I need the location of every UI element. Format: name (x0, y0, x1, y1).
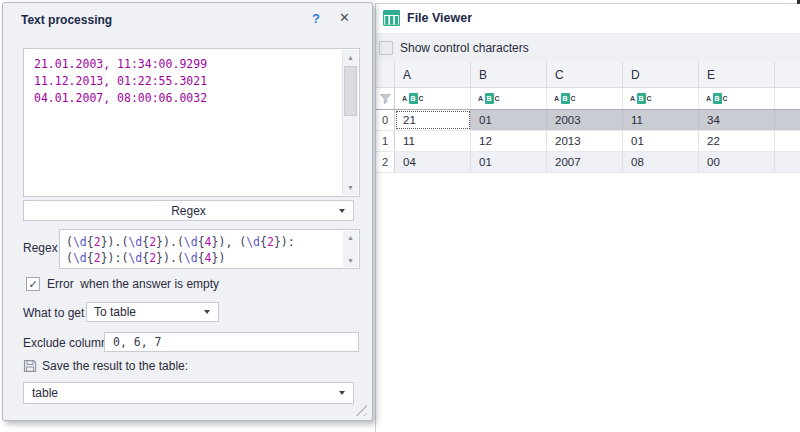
table-cell[interactable]: 12 (471, 131, 547, 151)
table-header-row: ABCDE (376, 62, 800, 88)
table-row[interactable]: 1111220130122 (376, 131, 800, 152)
resize-grip[interactable] (353, 402, 367, 416)
chevron-down-icon (204, 310, 210, 314)
table-cell[interactable]: 04 (395, 152, 471, 172)
table-grid-icon (383, 10, 400, 26)
table-row[interactable]: 2040120070800 (376, 152, 800, 173)
column-type-cell[interactable]: ABC (471, 88, 547, 109)
filter-corner-cell[interactable] (376, 88, 395, 109)
error-checkbox-label: Error when the answer is empty (47, 277, 219, 291)
text-type-icon: ABC (706, 93, 728, 104)
help-icon[interactable]: ? (312, 11, 320, 26)
column-header[interactable]: B (471, 62, 547, 87)
scroll-up-icon[interactable]: ▲ (343, 231, 358, 244)
mode-combo[interactable]: Regex (23, 200, 354, 221)
text-type-icon: ABC (554, 93, 576, 104)
save-floppy-icon (23, 359, 37, 373)
what-to-get-label: What to get (23, 306, 84, 320)
show-control-characters-label: Show control characters (400, 41, 529, 55)
table-filler-cell (775, 110, 800, 130)
table-filter-row: ABCABCABCABCABC (376, 88, 800, 110)
table-filler-cell (775, 152, 800, 172)
table-cell[interactable]: 11 (623, 110, 699, 130)
table-cell[interactable]: 01 (623, 131, 699, 151)
table-cell[interactable]: 11 (395, 131, 471, 151)
mode-combo-value: Regex (171, 204, 206, 218)
scroll-down-icon[interactable]: ▼ (343, 254, 358, 267)
close-icon[interactable]: ✕ (339, 10, 350, 25)
table-cell[interactable]: 2003 (547, 110, 623, 130)
text-type-icon: ABC (478, 93, 500, 104)
input-text-line: 11.12.2013, 01:22:55.3021 (34, 73, 339, 90)
file-viewer-header: File Viewer (376, 4, 800, 33)
chevron-down-icon (339, 391, 345, 395)
save-table-combo[interactable]: table (23, 382, 354, 404)
file-viewer-toolbar: Show control characters (376, 33, 800, 62)
row-header[interactable]: 1 (376, 131, 395, 151)
filter-funnel-icon (380, 94, 391, 104)
save-row: Save the result to the table: (23, 359, 188, 373)
what-to-get-combo[interactable]: To table (86, 302, 219, 322)
table-cell[interactable]: 00 (699, 152, 775, 172)
column-header[interactable]: A (395, 62, 471, 87)
column-header[interactable]: E (699, 62, 775, 87)
table-cell[interactable]: 2007 (547, 152, 623, 172)
table-cell[interactable]: 08 (623, 152, 699, 172)
table-cell[interactable]: 01 (471, 152, 547, 172)
input-text-line: 04.01.2007, 08:00:06.0032 (34, 90, 339, 107)
error-checkbox-row: ✓ Error when the answer is empty (26, 277, 219, 291)
file-viewer-table: ABCDE ABCABCABCABCABC 021012003113411112… (376, 62, 800, 173)
table-cell[interactable]: 34 (699, 110, 775, 130)
exclude-columns-input[interactable]: 0, 6, 7 (104, 332, 359, 352)
text-processing-dialog: Text processing ? ✕ 21.01.2003, 11:34:00… (2, 2, 373, 421)
table-filler-cell (775, 88, 800, 109)
input-text-line: 21.01.2003, 11:34:00.9299 (34, 56, 339, 73)
table-filler-cell (775, 62, 800, 87)
column-header[interactable]: D (623, 62, 699, 87)
scroll-up-icon[interactable]: ▲ (343, 50, 358, 65)
table-filler-cell (775, 131, 800, 151)
table-cell[interactable]: 01 (471, 110, 547, 130)
textarea-scrollbar[interactable]: ▲ ▼ (342, 50, 358, 195)
show-control-characters-checkbox[interactable] (379, 41, 393, 55)
regex-line: (\d{2}):(\d{2}).(\d{4}) (66, 250, 341, 266)
column-type-cell[interactable]: ABC (623, 88, 699, 109)
scrollbar-thumb[interactable] (344, 66, 357, 116)
dialog-title: Text processing (21, 13, 112, 27)
regex-input[interactable]: (\d{2}).(\d{2}).(\d{4}), (\d{2}):(\d{2})… (59, 229, 360, 269)
input-textarea[interactable]: 21.01.2003, 11:34:00.929911.12.2013, 01:… (23, 48, 360, 197)
error-checkbox[interactable]: ✓ (26, 277, 40, 291)
table-cell[interactable]: 2013 (547, 131, 623, 151)
row-header[interactable]: 2 (376, 152, 395, 172)
chevron-down-icon (339, 209, 345, 213)
input-textarea-content: 21.01.2003, 11:34:00.929911.12.2013, 01:… (34, 56, 339, 192)
column-type-cell[interactable]: ABC (699, 88, 775, 109)
column-type-cell[interactable]: ABC (547, 88, 623, 109)
table-body: 021012003113411112201301222040120070800 (376, 110, 800, 173)
text-type-icon: ABC (402, 93, 424, 104)
screen: File Viewer Show control characters ABCD… (0, 0, 800, 432)
text-type-icon: ABC (630, 93, 652, 104)
column-header[interactable]: C (547, 62, 623, 87)
scroll-down-icon[interactable]: ▼ (343, 180, 358, 195)
table-corner-cell (376, 62, 395, 87)
dialog-title-bar[interactable]: Text processing ? ✕ (3, 3, 372, 31)
regex-label: Regex (23, 241, 58, 255)
row-header[interactable]: 0 (376, 110, 395, 130)
regex-input-content: (\d{2}).(\d{2}).(\d{4}), (\d{2}):(\d{2})… (66, 234, 341, 266)
table-row[interactable]: 0210120031134 (376, 110, 800, 131)
regex-line: (\d{2}).(\d{2}).(\d{4}), (\d{2}): (66, 234, 341, 250)
save-table-combo-value: table (32, 386, 58, 400)
what-to-get-value: To table (94, 305, 136, 319)
table-cell[interactable]: 21 (395, 110, 471, 130)
table-cell[interactable]: 22 (699, 131, 775, 151)
exclude-columns-value: 0, 6, 7 (113, 335, 161, 349)
file-viewer-panel: File Viewer Show control characters ABCD… (375, 3, 800, 432)
save-label: Save the result to the table: (42, 359, 188, 373)
column-type-cell[interactable]: ABC (395, 88, 471, 109)
regex-scrollbar[interactable]: ▲ ▼ (343, 231, 358, 267)
exclude-columns-label: Exclude columns (23, 336, 114, 350)
file-viewer-title: File Viewer (407, 11, 472, 25)
